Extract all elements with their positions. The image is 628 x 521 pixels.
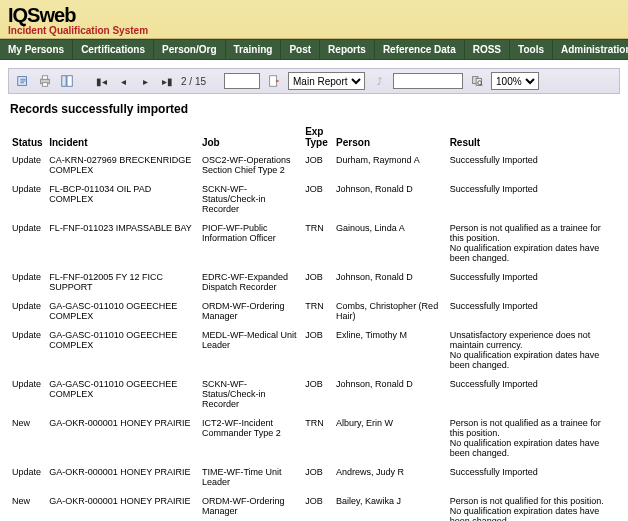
cell-person: Johnson, Ronald D xyxy=(334,181,448,220)
cell-exp-type: JOB xyxy=(303,493,334,521)
nav-item-reference-data[interactable]: Reference Data xyxy=(375,40,465,59)
cell-result: Successfully Imported xyxy=(448,181,618,220)
cell-result: Person is not qualified for this positio… xyxy=(448,493,618,521)
first-page-icon[interactable]: ▮◂ xyxy=(93,73,109,89)
col-job: Job xyxy=(200,124,303,152)
table-row: UpdateGA-GASC-011010 OGEECHEE COMPLEXSCK… xyxy=(10,376,618,415)
table-header-row: Status Incident Job Exp Type Person Resu… xyxy=(10,124,618,152)
cell-result: Successfully Imported xyxy=(448,376,618,415)
cell-incident: FL-FNF-012005 FY 12 FICC SUPPORT xyxy=(47,269,200,298)
table-row: NewGA-OKR-000001 HONEY PRAIRIEORDM-WF-Or… xyxy=(10,493,618,521)
cell-person: Johnson, Ronald D xyxy=(334,376,448,415)
cell-status: Update xyxy=(10,152,47,181)
cell-incident: GA-GASC-011010 OGEECHEE COMPLEX xyxy=(47,376,200,415)
cell-exp-type: TRN xyxy=(303,220,334,269)
cell-person: Albury, Erin W xyxy=(334,415,448,464)
cell-incident: GA-OKR-000001 HONEY PRAIRIE xyxy=(47,464,200,493)
cell-result: Successfully Imported xyxy=(448,464,618,493)
cell-result: Unsatisfactory experience does not maint… xyxy=(448,327,618,376)
cell-exp-type: JOB xyxy=(303,464,334,493)
cell-result: Successfully Imported xyxy=(448,152,618,181)
export-icon[interactable] xyxy=(15,73,31,89)
col-result: Result xyxy=(448,124,618,152)
col-person: Person xyxy=(334,124,448,152)
search-input[interactable] xyxy=(393,73,463,89)
prev-page-icon[interactable]: ◂ xyxy=(115,73,131,89)
nav-item-training[interactable]: Training xyxy=(226,40,282,59)
cell-status: New xyxy=(10,415,47,464)
cell-status: Update xyxy=(10,298,47,327)
cell-exp-type: TRN xyxy=(303,298,334,327)
goto-page-input[interactable] xyxy=(224,73,260,89)
cell-job: PIOF-WF-Public Information Officer xyxy=(200,220,303,269)
results-table: Status Incident Job Exp Type Person Resu… xyxy=(10,124,618,521)
logo-main: IQS xyxy=(8,4,39,27)
col-exp-type: Exp Type xyxy=(303,124,334,152)
cell-job: TIME-WF-Time Unit Leader xyxy=(200,464,303,493)
main-nav: My PersonsCertificationsPerson/OrgTraini… xyxy=(0,39,628,60)
cell-status: New xyxy=(10,493,47,521)
logo: IQSweb xyxy=(8,4,620,27)
table-row: UpdateCA-KRN-027969 BRECKENRIDGE COMPLEX… xyxy=(10,152,618,181)
up-level-icon[interactable]: ⤴ xyxy=(371,73,387,89)
logo-sub: web xyxy=(39,4,75,27)
cell-person: Exline, Timothy M xyxy=(334,327,448,376)
nav-item-certifications[interactable]: Certifications xyxy=(73,40,154,59)
next-page-icon[interactable]: ▸ xyxy=(137,73,153,89)
cell-result: Successfully Imported xyxy=(448,298,618,327)
svg-rect-4 xyxy=(62,76,66,87)
cell-job: SCKN-WF-Status/Check-in Recorder xyxy=(200,376,303,415)
nav-item-my-persons[interactable]: My Persons xyxy=(0,40,73,59)
cell-job: EDRC-WF-Expanded Dispatch Recorder xyxy=(200,269,303,298)
cell-person: Gainous, Linda A xyxy=(334,220,448,269)
cell-status: Update xyxy=(10,220,47,269)
table-row: UpdateFL-FNF-012005 FY 12 FICC SUPPORTED… xyxy=(10,269,618,298)
cell-status: Update xyxy=(10,464,47,493)
cell-person: Bailey, Kawika J xyxy=(334,493,448,521)
goto-page-icon[interactable] xyxy=(266,73,282,89)
cell-person: Combs, Christopher (Red Hair) xyxy=(334,298,448,327)
cell-status: Update xyxy=(10,327,47,376)
nav-item-post[interactable]: Post xyxy=(281,40,320,59)
cell-exp-type: JOB xyxy=(303,376,334,415)
tagline: Incident Qualification System xyxy=(8,25,620,36)
cell-result: Person is not qualified as a trainee for… xyxy=(448,415,618,464)
cell-status: Update xyxy=(10,376,47,415)
view-select[interactable]: Main Report xyxy=(288,72,365,90)
last-page-icon[interactable]: ▸▮ xyxy=(159,73,175,89)
zoom-select[interactable]: 100% xyxy=(491,72,539,90)
tree-toggle-icon[interactable] xyxy=(59,73,75,89)
cell-person: Durham, Raymond A xyxy=(334,152,448,181)
cell-person: Johnson, Ronald D xyxy=(334,269,448,298)
table-row: UpdateFL-FNF-011023 IMPASSABLE BAYPIOF-W… xyxy=(10,220,618,269)
cell-person: Andrews, Judy R xyxy=(334,464,448,493)
cell-job: ORDM-WF-Ordering Manager xyxy=(200,493,303,521)
cell-result: Successfully Imported xyxy=(448,269,618,298)
cell-exp-type: JOB xyxy=(303,269,334,298)
cell-status: Update xyxy=(10,181,47,220)
cell-exp-type: JOB xyxy=(303,327,334,376)
cell-incident: GA-GASC-011010 OGEECHEE COMPLEX xyxy=(47,298,200,327)
cell-job: ICT2-WF-Incident Commander Type 2 xyxy=(200,415,303,464)
cell-incident: CA-KRN-027969 BRECKENRIDGE COMPLEX xyxy=(47,152,200,181)
nav-item-tools[interactable]: Tools xyxy=(510,40,553,59)
cell-incident: GA-OKR-000001 HONEY PRAIRIE xyxy=(47,493,200,521)
table-row: UpdateGA-OKR-000001 HONEY PRAIRIETIME-WF… xyxy=(10,464,618,493)
cell-job: SCKN-WF-Status/Check-in Recorder xyxy=(200,181,303,220)
search-icon[interactable] xyxy=(469,73,485,89)
nav-item-person-org[interactable]: Person/Org xyxy=(154,40,225,59)
report-content: Records successfully imported Status Inc… xyxy=(0,102,628,521)
table-row: UpdateGA-GASC-011010 OGEECHEE COMPLEXMED… xyxy=(10,327,618,376)
cell-exp-type: TRN xyxy=(303,415,334,464)
table-row: NewGA-OKR-000001 HONEY PRAIRIEICT2-WF-In… xyxy=(10,415,618,464)
print-icon[interactable] xyxy=(37,73,53,89)
cell-exp-type: JOB xyxy=(303,181,334,220)
nav-item-ross[interactable]: ROSS xyxy=(465,40,510,59)
cell-incident: GA-OKR-000001 HONEY PRAIRIE xyxy=(47,415,200,464)
records-title: Records successfully imported xyxy=(10,102,618,116)
nav-item-reports[interactable]: Reports xyxy=(320,40,375,59)
nav-item-administration[interactable]: Administration xyxy=(553,40,628,59)
svg-rect-6 xyxy=(270,76,277,87)
cell-incident: FL-FNF-011023 IMPASSABLE BAY xyxy=(47,220,200,269)
cell-result: Person is not qualified as a trainee for… xyxy=(448,220,618,269)
